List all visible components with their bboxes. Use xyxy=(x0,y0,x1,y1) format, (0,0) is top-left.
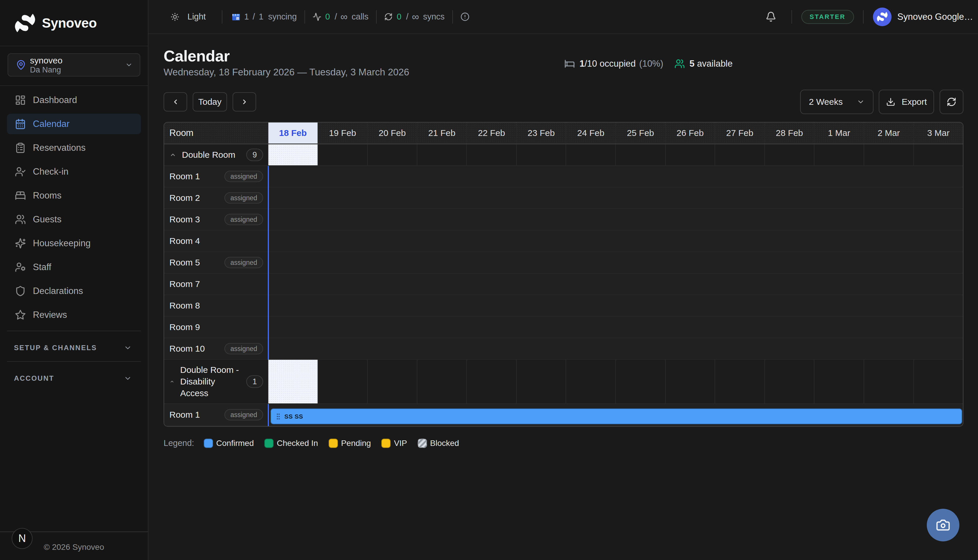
date-header-18-feb[interactable]: 18 Feb xyxy=(268,123,318,143)
date-header-3-mar[interactable]: 3 Mar xyxy=(914,123,963,143)
group-cell[interactable] xyxy=(815,360,864,403)
group-cell[interactable] xyxy=(715,144,765,165)
group-cell[interactable] xyxy=(616,144,666,165)
chevron-down-icon xyxy=(124,344,132,352)
group-cell[interactable] xyxy=(368,144,417,165)
group-cell[interactable] xyxy=(864,360,914,403)
assigned-badge: assigned xyxy=(225,192,263,204)
theme-toggle-label[interactable]: Light xyxy=(187,12,206,22)
profile-avatar[interactable] xyxy=(873,8,891,26)
room-timeline[interactable] xyxy=(268,209,963,230)
room-label-cell: Room 10assigned xyxy=(164,338,268,359)
app-root: Synoveo synoveo Da Nang DashboardCalenda… xyxy=(0,0,978,560)
date-header-19-feb[interactable]: 19 Feb xyxy=(318,123,368,143)
legend-item-label: Pending xyxy=(341,438,371,448)
sidebar-item-declarations[interactable]: Declarations xyxy=(7,281,141,301)
prev-button[interactable] xyxy=(163,92,187,112)
topbar-separator xyxy=(376,10,377,23)
sidebar-item-reviews[interactable]: Reviews xyxy=(7,305,141,325)
room-timeline[interactable] xyxy=(268,187,963,208)
plan-badge-button[interactable]: STARTER xyxy=(801,10,854,24)
alert-circle-icon[interactable] xyxy=(460,12,470,21)
synoveo-logo-icon xyxy=(15,13,35,33)
sidebar-item-calendar[interactable]: Calendar xyxy=(7,114,141,134)
room-timeline[interactable] xyxy=(268,317,963,338)
sidebar-item-guests[interactable]: Guests xyxy=(7,209,141,230)
room-timeline[interactable] xyxy=(268,252,963,273)
group-cell[interactable] xyxy=(516,360,566,403)
room-name: Room 1 xyxy=(169,410,200,420)
date-header-25-feb[interactable]: 25 Feb xyxy=(616,123,666,143)
sidebar-item-dashboard[interactable]: Dashboard xyxy=(7,90,141,110)
sidebar-item-check-in[interactable]: Check-in xyxy=(7,162,141,182)
group-cell[interactable] xyxy=(765,144,815,165)
group-cell[interactable] xyxy=(616,360,666,403)
sidebar-section-account[interactable]: ACCOUNT xyxy=(7,370,141,387)
room-timeline[interactable] xyxy=(268,338,963,359)
bell-icon[interactable] xyxy=(766,12,776,22)
room-name: Room 2 xyxy=(169,193,200,203)
reservation-bar[interactable]: SS SS xyxy=(270,408,962,424)
room-timeline[interactable] xyxy=(268,273,963,295)
group-cell[interactable] xyxy=(417,144,467,165)
range-select[interactable]: 2 Weeks xyxy=(800,90,873,114)
sidebar-item-staff[interactable]: Staff xyxy=(7,257,141,277)
group-cell[interactable] xyxy=(318,144,368,165)
group-cell[interactable] xyxy=(666,144,715,165)
room-timeline[interactable] xyxy=(268,295,963,316)
sun-icon[interactable] xyxy=(171,13,179,21)
date-header-21-feb[interactable]: 21 Feb xyxy=(417,123,467,143)
date-header-24-feb[interactable]: 24 Feb xyxy=(566,123,616,143)
group-cell[interactable] xyxy=(815,144,864,165)
group-cell[interactable] xyxy=(566,144,616,165)
group-name: Double Room - Disability Access xyxy=(180,364,240,399)
sidebar-item-rooms[interactable]: Rooms xyxy=(7,185,141,206)
occupied-percent: (10%) xyxy=(639,58,663,69)
room-name: Room 3 xyxy=(169,215,200,224)
group-cell[interactable] xyxy=(318,360,368,403)
date-header-26-feb[interactable]: 26 Feb xyxy=(666,123,715,143)
date-header-28-feb[interactable]: 28 Feb xyxy=(765,123,815,143)
group-cell[interactable] xyxy=(417,360,467,403)
export-label: Export xyxy=(902,97,927,107)
date-header-27-feb[interactable]: 27 Feb xyxy=(715,123,765,143)
group-cell[interactable] xyxy=(666,360,715,403)
export-button[interactable]: Export xyxy=(879,90,934,114)
page-subtitle: Wednesday, 18 February 2026 — Tuesday, 3… xyxy=(163,66,963,78)
profile-name[interactable]: Synoveo Google… xyxy=(897,12,973,22)
date-header-23-feb[interactable]: 23 Feb xyxy=(516,123,566,143)
date-header-1-mar[interactable]: 1 Mar xyxy=(815,123,864,143)
screenshot-fab[interactable] xyxy=(927,509,960,542)
drag-handle-icon[interactable] xyxy=(277,413,280,419)
date-header-20-feb[interactable]: 20 Feb xyxy=(368,123,417,143)
refresh-button[interactable] xyxy=(940,90,963,114)
sidebar-item-label: Check-in xyxy=(33,167,68,177)
syncs-count: 0 xyxy=(397,12,402,22)
group-cell[interactable] xyxy=(566,360,616,403)
location-selector[interactable]: synoveo Da Nang xyxy=(8,53,140,77)
group-cell[interactable] xyxy=(914,144,963,165)
group-cell[interactable] xyxy=(516,144,566,165)
group-cell[interactable] xyxy=(467,360,516,403)
room-timeline[interactable]: SS SS xyxy=(268,404,963,425)
group-cell[interactable] xyxy=(268,144,318,165)
today-button[interactable]: Today xyxy=(193,92,227,112)
date-header-2-mar[interactable]: 2 Mar xyxy=(864,123,914,143)
sidebar-item-housekeeping[interactable]: Housekeeping xyxy=(7,233,141,253)
sidebar-section-setup-channels[interactable]: SETUP & CHANNELS xyxy=(7,339,141,356)
group-cell[interactable] xyxy=(715,360,765,403)
sidebar-item-reservations[interactable]: Reservations xyxy=(7,138,141,158)
group-cell[interactable] xyxy=(914,360,963,403)
room-timeline[interactable] xyxy=(268,166,963,187)
group-cell[interactable] xyxy=(268,360,318,403)
group-cell[interactable] xyxy=(368,360,417,403)
group-label-cell[interactable]: Double Room - Disability Access1 xyxy=(164,360,268,403)
next-button[interactable] xyxy=(233,92,256,112)
date-header-22-feb[interactable]: 22 Feb xyxy=(467,123,516,143)
group-label-cell[interactable]: Double Room9 xyxy=(164,144,268,165)
group-cell[interactable] xyxy=(765,360,815,403)
gmb-sync-label: syncing xyxy=(268,12,297,22)
group-cell[interactable] xyxy=(864,144,914,165)
group-cell[interactable] xyxy=(467,144,516,165)
room-timeline[interactable] xyxy=(268,230,963,252)
